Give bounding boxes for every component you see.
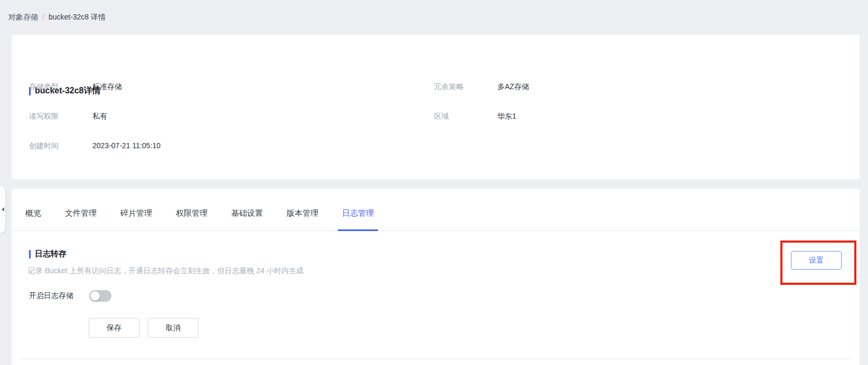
- field-label: 创建时间: [29, 140, 92, 151]
- tab-basic-settings[interactable]: 基础设置: [231, 196, 263, 230]
- log-transfer-title-text: 日志转存: [35, 249, 67, 259]
- bucket-tabs-card: 概览 文件管理 碎片管理 权限管理 基础设置 版本管理 日志管理 日志转存 记录…: [12, 189, 860, 365]
- field-label: 冗余策略: [434, 81, 497, 92]
- toggle-knob-icon: [90, 291, 100, 301]
- cancel-button[interactable]: 取消: [148, 318, 199, 338]
- settings-button[interactable]: 设置: [791, 251, 842, 270]
- field-value: 私有: [92, 111, 107, 121]
- field-redundancy: 冗余策略 多AZ存储: [434, 81, 529, 92]
- chevron-left-icon: [2, 207, 4, 212]
- field-value: 华东1: [497, 111, 516, 121]
- field-label: 读写权限: [29, 111, 92, 121]
- tab-permission-management[interactable]: 权限管理: [176, 196, 207, 230]
- detail-fields-right: 冗余策略 多AZ存储 区域 华东1: [434, 81, 529, 140]
- log-transfer-description: 记录 Bucket 上所有访问日志，开通日志转存会立刻生效，但日志最晚 24 小…: [28, 265, 304, 276]
- detail-fields-left: 存储类型 标准存储 读写权限 私有 创建时间 2023-07-21 11:05:…: [29, 81, 161, 170]
- log-transfer-title: 日志转存: [29, 249, 67, 259]
- field-storage-type: 存储类型 标准存储: [29, 81, 161, 92]
- breadcrumb-separator: /: [42, 13, 44, 22]
- breadcrumb-root-link[interactable]: 对象存储: [8, 13, 38, 22]
- save-button[interactable]: 保存: [89, 318, 139, 338]
- field-acl: 读写权限 私有: [29, 111, 161, 121]
- tab-version-management[interactable]: 版本管理: [287, 196, 318, 230]
- section-divider: [19, 359, 852, 359]
- field-created-time: 创建时间 2023-07-21 11:05:10: [29, 140, 161, 151]
- collapse-panel-handle[interactable]: [0, 186, 5, 233]
- tab-overview[interactable]: 概览: [25, 196, 41, 230]
- breadcrumb-current: bucket-32c8 详情: [49, 13, 106, 22]
- tab-fragment-management[interactable]: 碎片管理: [120, 196, 152, 230]
- title-accent-bar: [29, 250, 31, 258]
- tab-file-management[interactable]: 文件管理: [65, 196, 97, 230]
- field-value: 多AZ存储: [497, 81, 529, 92]
- form-actions: 保存 取消: [89, 318, 199, 338]
- log-storage-toggle-label: 开启日志存储: [29, 291, 73, 301]
- tab-bar: 概览 文件管理 碎片管理 权限管理 基础设置 版本管理 日志管理: [12, 189, 860, 231]
- log-storage-toggle-row: 开启日志存储: [29, 290, 111, 302]
- tab-log-management[interactable]: 日志管理: [342, 196, 374, 230]
- field-region: 区域 华东1: [434, 111, 529, 121]
- breadcrumb: 对象存储 / bucket-32c8 详情: [8, 13, 106, 22]
- field-value: 标准存储: [92, 81, 122, 92]
- field-value: 2023-07-21 11:05:10: [92, 140, 161, 151]
- log-storage-toggle[interactable]: [89, 290, 111, 302]
- field-label: 存储类型: [29, 81, 92, 92]
- field-label: 区域: [434, 111, 497, 121]
- bucket-detail-card: bucket-32c8详情 存储类型 标准存储 读写权限 私有 创建时间 202…: [12, 35, 860, 179]
